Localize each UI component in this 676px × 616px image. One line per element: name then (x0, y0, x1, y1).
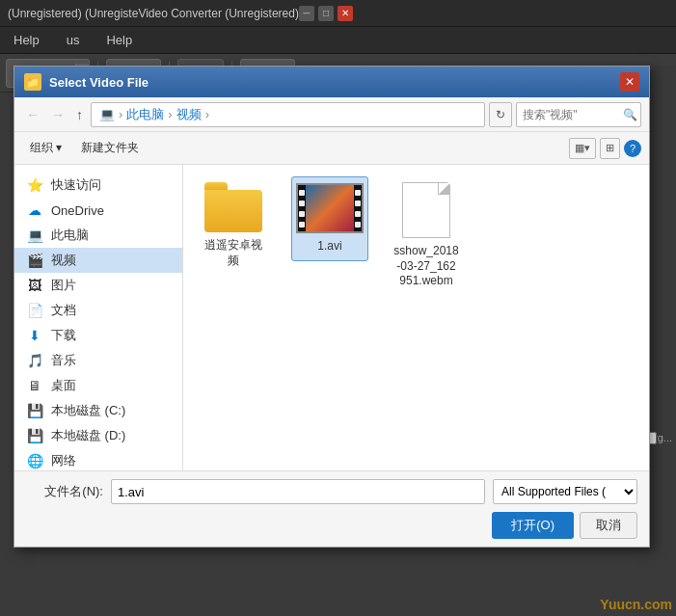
path-root[interactable]: 此电脑 (126, 106, 164, 123)
path-folder[interactable]: 视频 (176, 106, 202, 123)
address-path[interactable]: 💻 › 此电脑 › 视频 › (91, 102, 485, 127)
dialog-files-area: 逍遥安卓视频 (183, 165, 649, 470)
sidebar-item-desktop[interactable]: 🖥 桌面 (14, 373, 182, 398)
filename-input[interactable] (111, 479, 485, 504)
film-hole-2 (299, 201, 305, 206)
panels-icon: ⊞ (606, 142, 614, 154)
open-button[interactable]: 打开(O) (492, 512, 574, 539)
search-icon[interactable]: 🔍 (623, 108, 637, 121)
panels-button[interactable]: ⊞ (600, 138, 620, 159)
view-dropdown-arrow: ▾ (584, 142, 590, 154)
view-buttons: ▦ ▾ ⊞ ? (569, 138, 641, 159)
sidebar-item-quick-access[interactable]: ⭐ 快速访问 (14, 173, 182, 198)
file-item-webm[interactable]: sshow_2018-03-27_162951.webm (388, 176, 465, 295)
help-icon: ? (630, 143, 635, 154)
sidebar-item-onedrive[interactable]: ☁ OneDrive (14, 198, 182, 223)
folder-body (204, 190, 262, 232)
search-input[interactable] (523, 108, 619, 121)
downloads-icon: ⬇ (26, 327, 43, 344)
avi-filename: 1.avi (317, 239, 341, 254)
select-video-dialog: 📁 Select Video File ✕ ← → ↑ 💻 › 此电脑 › 视频… (14, 66, 650, 548)
nav-forward-button[interactable]: → (47, 105, 68, 124)
new-folder-button[interactable]: 新建文件夹 (73, 137, 147, 159)
onedrive-label: OneDrive (51, 203, 104, 218)
title-bar: (Unregistered) (UnregisteVideo Converter… (0, 0, 676, 27)
sidebar-item-downloads[interactable]: ⬇ 下载 (14, 323, 182, 348)
dialog-address-bar: ← → ↑ 💻 › 此电脑 › 视频 › ↻ 🔍 (14, 97, 649, 132)
filename-row: 文件名(N): All Supported Files ( (26, 479, 637, 504)
menu-item-help1[interactable]: Help (8, 31, 45, 49)
film-hole-7 (355, 211, 361, 217)
title-bar-text: (Unregistered) (UnregisteVideo Converter… (8, 7, 299, 20)
film-hole-5 (355, 190, 361, 196)
refresh-button[interactable]: ↻ (489, 102, 512, 127)
desktop-icon: 🖥 (26, 377, 43, 394)
film-hole-3 (299, 211, 305, 217)
this-pc-icon: 💻 (26, 227, 43, 244)
sidebar-item-music[interactable]: 🎵 音乐 (14, 348, 182, 373)
this-pc-label: 此电脑 (51, 227, 89, 244)
file-item-folder[interactable]: 逍遥安卓视频 (195, 176, 272, 274)
desktop-label: 桌面 (51, 377, 76, 394)
cancel-button[interactable]: 取消 (580, 512, 637, 539)
webm-filename: sshow_2018-03-27_162951.webm (393, 244, 459, 289)
folder-icon-large (204, 182, 262, 232)
nav-up-button[interactable]: ↑ (72, 105, 87, 124)
nav-back-button[interactable]: ← (22, 105, 43, 124)
dialog-bottom: 文件名(N): All Supported Files ( 打开(O) 取消 (14, 470, 649, 547)
sidebar-item-disk-d[interactable]: 💾 本地磁盘 (D:) (14, 423, 182, 448)
music-label: 音乐 (51, 352, 76, 369)
menu-item-help2[interactable]: Help (100, 31, 138, 49)
sidebar-item-pictures[interactable]: 🖼 图片 (14, 273, 182, 298)
disk-c-icon: 💾 (26, 402, 43, 419)
film-strip-right (354, 185, 362, 231)
file-item-avi[interactable]: 1.avi (291, 176, 368, 261)
minimize-button[interactable]: ─ (299, 6, 314, 21)
dialog-close-button[interactable]: ✕ (620, 72, 639, 92)
documents-icon: 📄 (26, 302, 43, 319)
menu-item-us[interactable]: us (61, 31, 86, 49)
film-strip-left (298, 185, 306, 231)
dialog-title-bar: 📁 Select Video File ✕ (14, 67, 649, 97)
filename-label: 文件名(N): (26, 483, 103, 500)
sidebar-item-disk-c[interactable]: 💾 本地磁盘 (C:) (14, 398, 182, 423)
organize-button[interactable]: 组织 ▾ (22, 137, 69, 159)
file-fold (438, 183, 449, 195)
film-hole-6 (355, 201, 361, 206)
new-folder-label: 新建文件夹 (81, 140, 139, 156)
help-button[interactable]: ? (624, 140, 641, 157)
maximize-button[interactable]: □ (318, 6, 334, 21)
organize-label: 组织 ▾ (30, 140, 62, 156)
dialog-buttons: 打开(O) 取消 (26, 512, 637, 539)
documents-label: 文档 (51, 302, 76, 319)
view-icon: ▦ (575, 142, 584, 154)
quick-access-icon: ⭐ (26, 176, 43, 194)
disk-d-label: 本地磁盘 (D:) (51, 427, 125, 444)
sidebar-item-this-pc[interactable]: 💻 此电脑 (14, 223, 182, 248)
computer-icon: 💻 (99, 107, 115, 121)
pictures-label: 图片 (51, 277, 76, 294)
network-label: 网络 (51, 452, 76, 469)
dialog-title-text: Select Video File (49, 75, 149, 90)
search-box[interactable]: 🔍 (516, 102, 641, 127)
folder-icon-small: 📁 (26, 76, 40, 89)
disk-c-label: 本地磁盘 (C:) (51, 402, 125, 419)
generic-file-icon (402, 182, 450, 238)
sidebar-item-documents[interactable]: 📄 文档 (14, 298, 182, 323)
sidebar-item-network[interactable]: 🌐 网络 (14, 448, 182, 470)
video-thumbnail (296, 183, 364, 233)
onedrive-icon: ☁ (26, 201, 43, 219)
close-button[interactable]: ✕ (338, 6, 353, 21)
view-toggle-button[interactable]: ▦ ▾ (569, 138, 596, 159)
film-hole-4 (299, 222, 305, 228)
filetype-select[interactable]: All Supported Files ( (493, 479, 637, 504)
network-icon: 🌐 (26, 452, 43, 469)
window-controls: ─ □ ✕ (299, 6, 353, 21)
folder-name: 逍遥安卓视频 (201, 238, 266, 268)
videos-icon: 🎬 (26, 252, 43, 269)
sidebar-item-videos[interactable]: 🎬 视频 (14, 248, 182, 273)
yuucn-watermark: Yuucn.com (600, 597, 672, 612)
menu-bar: Help us Help (0, 27, 676, 54)
quick-access-label: 快速访问 (51, 176, 101, 194)
dialog-toolbar: 组织 ▾ 新建文件夹 ▦ ▾ ⊞ ? (14, 132, 649, 165)
